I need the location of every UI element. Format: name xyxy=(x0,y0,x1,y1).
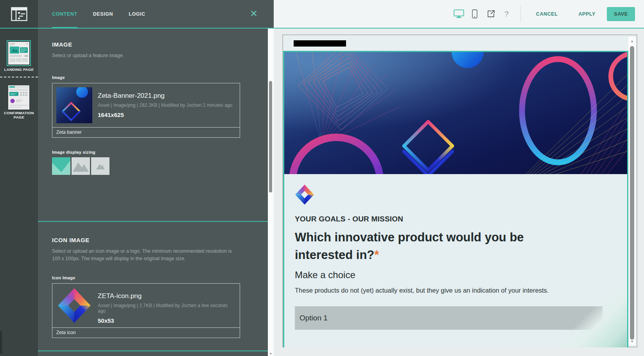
form-builder-icon[interactable] xyxy=(0,0,38,28)
landing-page-thumbnail[interactable] xyxy=(7,40,31,66)
sidebar-item-landing-page[interactable]: LANDING PAGE xyxy=(0,67,38,72)
tab-design[interactable]: DESIGN xyxy=(93,0,113,28)
preview-toolbar: ? CANCEL APPLY SAVE xyxy=(274,0,644,28)
image-section-description: Select or upload a feature image. xyxy=(52,52,236,59)
header-accent-line xyxy=(0,28,644,29)
close-icon[interactable]: ✕ xyxy=(249,9,259,19)
banner-meta: Asset | Image/png | 282.2KB | Modified b… xyxy=(98,102,232,108)
feature-banner-image xyxy=(284,52,627,174)
scroll-down-icon[interactable]: ▼ xyxy=(628,340,636,343)
scroll-down-icon[interactable]: ▼ xyxy=(268,352,274,356)
help-icon[interactable]: ? xyxy=(504,10,509,18)
banner-caption-field[interactable]: Zeta banner xyxy=(52,127,240,137)
zeta-icon-thumbnail xyxy=(56,288,92,324)
image-sizing-options xyxy=(52,157,268,175)
sizing-option-small-icon[interactable] xyxy=(91,157,109,175)
page-heading: Which innovative product would you be in… xyxy=(295,228,569,264)
icon-dimensions: 50x53 xyxy=(98,317,236,324)
panel-scrollbar-thumb[interactable] xyxy=(269,81,272,192)
page-description: These products do not (yet) actually exi… xyxy=(295,287,627,294)
banner-dimensions: 1641x625 xyxy=(98,111,232,118)
icon-section-description: Select or upload an icon image or a logo… xyxy=(52,248,236,263)
page-eyebrow: YOUR GOALS - OUR MISSION xyxy=(295,215,627,223)
banner-asset-info: Zeta-Banner-2021.png Asset | Image/png |… xyxy=(92,87,232,123)
open-in-new-icon[interactable] xyxy=(487,10,495,18)
sidebar-divider xyxy=(0,77,38,77)
selected-page-section[interactable]: YOUR GOALS - OUR MISSION Which innovativ… xyxy=(283,51,628,347)
icon-filename: ZETA-icon.png xyxy=(98,292,236,300)
cancel-button[interactable]: CANCEL xyxy=(536,11,558,17)
tab-content[interactable]: CONTENT xyxy=(52,0,77,28)
sizing-option-large-icon[interactable] xyxy=(72,157,90,175)
panel-scrollbar[interactable]: ▼ xyxy=(268,29,274,356)
section-divider xyxy=(38,221,268,222)
preview-scrollbar[interactable]: ▲ ▼ xyxy=(628,37,636,345)
banner-asset-card[interactable]: Zeta-Banner-2021.png Asset | Image/png |… xyxy=(52,83,240,138)
preview-scrollbar-thumb[interactable] xyxy=(630,46,634,340)
zeta-logo-icon xyxy=(295,184,314,205)
icon-meta: Asset | Image/png | 2.7KB | Modified by … xyxy=(98,303,236,314)
icon-field-label: Icon Image xyxy=(52,275,240,280)
page-heading-text: Which innovative product would you be in… xyxy=(295,230,524,262)
tab-logic[interactable]: LOGIC xyxy=(129,0,145,28)
panel-bottom-accent-line xyxy=(38,351,274,351)
icon-image-section: ICON IMAGE Select or upload an icon imag… xyxy=(52,237,240,338)
panel-header: CONTENT DESIGN LOGIC ✕ xyxy=(38,0,274,28)
apply-button[interactable]: APPLY xyxy=(578,11,596,17)
scroll-up-icon[interactable]: ▲ xyxy=(628,39,636,43)
icon-asset-info: ZETA-icon.png Asset | Image/png | 2.7KB … xyxy=(92,288,236,324)
landing-page-preview: YOUR GOALS - OUR MISSION Which innovativ… xyxy=(282,34,637,347)
sidebar-scrollbar-thumb[interactable] xyxy=(0,331,2,354)
image-section-title: IMAGE xyxy=(52,41,268,48)
mobile-preview-icon[interactable] xyxy=(472,9,477,18)
desktop-preview-icon[interactable] xyxy=(454,9,464,18)
image-field-label: Image xyxy=(52,75,268,80)
banner-thumbnail xyxy=(56,87,92,123)
panel-tabs: CONTENT DESIGN LOGIC xyxy=(52,0,145,28)
settings-panel: CONTENT DESIGN LOGIC ✕ IMAGE Select or u… xyxy=(38,0,274,356)
page-subheading: Make a choice xyxy=(295,270,627,280)
icon-asset-card[interactable]: ZETA-icon.png Asset | Image/png | 2.7KB … xyxy=(52,283,240,338)
panel-body: IMAGE Select or upload a feature image. … xyxy=(38,29,268,356)
page-builder-app: LANDING PAGE xyxy=(0,0,644,356)
pages-sidebar: LANDING PAGE xyxy=(0,0,38,356)
icon-caption-field[interactable]: Zeta icon xyxy=(52,327,240,338)
redacted-header-bar xyxy=(294,40,346,47)
sizing-label: Image display sizing xyxy=(52,150,268,155)
sizing-option-full-icon[interactable] xyxy=(52,157,70,175)
page-content: YOUR GOALS - OUR MISSION Which innovativ… xyxy=(284,174,627,347)
banner-filename: Zeta-Banner-2021.png xyxy=(98,92,232,100)
preview-area: ? CANCEL APPLY SAVE xyxy=(274,0,644,356)
save-button[interactable]: SAVE xyxy=(607,7,635,21)
icon-asset-main: ZETA-icon.png Asset | Image/png | 2.7KB … xyxy=(52,284,240,327)
required-marker: * xyxy=(374,248,379,262)
banner-asset-main: Zeta-Banner-2021.png Asset | Image/png |… xyxy=(52,83,240,127)
icon-section-title: ICON IMAGE xyxy=(52,237,240,243)
option-1-button[interactable]: Option 1 xyxy=(295,306,603,330)
confirmation-page-thumbnail[interactable] xyxy=(8,85,29,110)
toolbar-divider xyxy=(520,6,521,22)
sidebar-item-confirmation-page[interactable]: CONFIRMATION PAGE xyxy=(0,111,38,119)
